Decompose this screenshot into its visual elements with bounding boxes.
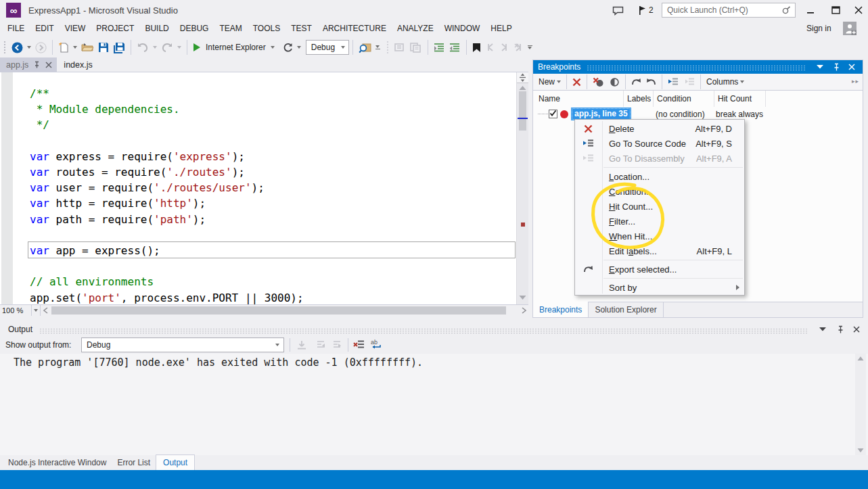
- go-to-source-code-icon[interactable]: [668, 77, 679, 87]
- scroll-up-arrow[interactable]: [517, 85, 528, 91]
- column-header-hit-count[interactable]: Hit Count: [714, 91, 766, 107]
- output-panel-header[interactable]: Output: [0, 323, 868, 336]
- export-breakpoints-icon[interactable]: [631, 77, 641, 87]
- scrollbar-thumb[interactable]: [519, 91, 526, 131]
- pin-icon[interactable]: [837, 325, 844, 333]
- find-in-files-button[interactable]: [357, 39, 373, 55]
- editor-horizontal-scrollbar[interactable]: [49, 305, 520, 316]
- close-icon[interactable]: [848, 64, 855, 70]
- redo-button[interactable]: [159, 39, 175, 55]
- save-all-button[interactable]: [111, 39, 127, 55]
- menu-view[interactable]: VIEW: [60, 24, 91, 33]
- breakpoint-checkbox[interactable]: [549, 110, 557, 118]
- menu-build[interactable]: BUILD: [139, 24, 174, 33]
- splitter-handle[interactable]: [517, 72, 528, 83]
- previous-message-icon[interactable]: [315, 340, 326, 350]
- menu-analyze[interactable]: ANALYZE: [392, 24, 439, 33]
- delete-all-breakpoints-icon[interactable]: [593, 77, 604, 87]
- increase-indent-button[interactable]: [447, 39, 463, 55]
- minimize-button[interactable]: [802, 1, 819, 19]
- scroll-down-arrow[interactable]: [855, 447, 866, 454]
- bookmark-button[interactable]: [470, 39, 483, 55]
- undo-button[interactable]: [135, 39, 151, 55]
- pin-icon[interactable]: [33, 61, 41, 68]
- clear-bookmarks-button[interactable]: [511, 39, 526, 55]
- pin-icon[interactable]: [833, 63, 840, 71]
- window-position-dropdown-icon[interactable]: [819, 327, 826, 331]
- close-icon[interactable]: [853, 326, 860, 333]
- panel-tab-breakpoints[interactable]: Breakpoints: [533, 302, 589, 317]
- column-header-labels[interactable]: Labels: [624, 91, 654, 107]
- navigate-backward-dropdown[interactable]: [25, 39, 33, 55]
- scroll-down-arrow[interactable]: [517, 294, 528, 301]
- open-file-button[interactable]: [79, 39, 96, 55]
- menu-team[interactable]: TEAM: [214, 24, 247, 33]
- delete-breakpoint-icon[interactable]: [572, 78, 581, 87]
- menu-project[interactable]: PROJECT: [91, 24, 139, 33]
- quick-launch-input[interactable]: Quick Launch (Ctrl+Q): [662, 3, 796, 18]
- previous-bookmark-button[interactable]: [483, 39, 497, 55]
- find-message-icon[interactable]: [296, 340, 307, 350]
- output-vertical-scrollbar[interactable]: [855, 354, 866, 455]
- output-source-combo[interactable]: Debug: [81, 337, 284, 352]
- column-header-condition[interactable]: Condition: [654, 91, 714, 107]
- sign-in-link[interactable]: Sign in: [806, 20, 831, 37]
- toolbar-grip[interactable]: [3, 41, 7, 54]
- start-debug-button[interactable]: [191, 39, 203, 55]
- solution-configuration-combo[interactable]: Debug: [306, 40, 349, 55]
- new-file-dropdown[interactable]: [71, 39, 79, 55]
- code-editor[interactable]: /** * Module dependencies. */ var expres…: [0, 72, 528, 304]
- bottom-tab-error-list[interactable]: Error List: [112, 455, 156, 470]
- copy-disabled-button[interactable]: [408, 39, 424, 55]
- close-tab-icon[interactable]: [45, 62, 52, 68]
- save-button[interactable]: [96, 39, 111, 55]
- context-menu-item-edit-labels[interactable]: Edit labels...Alt+F9, L: [575, 243, 744, 258]
- context-menu-item-condition[interactable]: Condition..: [575, 184, 744, 199]
- menu-test[interactable]: TEST: [285, 24, 317, 33]
- new-breakpoint-button[interactable]: New: [539, 77, 555, 87]
- toolbar-grip[interactable]: [386, 41, 390, 54]
- context-menu-item-filter[interactable]: Filter...: [575, 214, 744, 229]
- editor-vertical-scrollbar[interactable]: [516, 72, 528, 304]
- navigate-backward-button[interactable]: [9, 39, 25, 55]
- menu-tools[interactable]: TOOLS: [248, 24, 285, 33]
- menu-file[interactable]: FILE: [2, 24, 30, 33]
- panel-tab-solution-explorer[interactable]: Solution Explorer: [589, 302, 663, 317]
- zoom-level-select[interactable]: 100 %: [0, 305, 31, 316]
- context-menu-item-hit-count[interactable]: Hit Count...: [575, 199, 744, 214]
- notifications-flag[interactable]: 2: [638, 5, 654, 15]
- maximize-button[interactable]: [827, 1, 844, 19]
- bottom-tab-node-js-interactive-window[interactable]: Node.js Interactive Window: [3, 455, 112, 470]
- save-file-as-button-disabled[interactable]: [392, 39, 408, 55]
- columns-button[interactable]: Columns: [706, 77, 738, 87]
- scrollbar-thumb[interactable]: [51, 306, 506, 315]
- scroll-right-arrow[interactable]: [520, 305, 528, 316]
- run-target-dropdown[interactable]: [269, 39, 277, 55]
- tab-index-js[interactable]: index.js: [57, 57, 99, 72]
- run-target-label[interactable]: Internet Explorer: [206, 43, 266, 52]
- decrease-indent-button[interactable]: [432, 39, 447, 55]
- bottom-tab-output[interactable]: Output: [156, 455, 195, 470]
- context-menu-item-delete[interactable]: DeleteAlt+F9, D: [575, 121, 744, 136]
- context-menu-item-export-selected[interactable]: Export selected...: [575, 262, 744, 277]
- context-menu-item-location[interactable]: Location...: [575, 169, 744, 184]
- context-menu-item-sort-by[interactable]: Sort by: [575, 280, 744, 295]
- disable-all-breakpoints-icon[interactable]: [610, 77, 620, 87]
- breakpoints-panel-header[interactable]: Breakpoints: [533, 60, 863, 74]
- new-file-button[interactable]: [56, 39, 71, 55]
- new-breakpoint-caret[interactable]: [557, 80, 561, 83]
- scroll-up-arrow[interactable]: [855, 355, 866, 362]
- toolbar-overflow[interactable]: [526, 39, 534, 55]
- user-avatar-icon[interactable]: [843, 22, 856, 35]
- go-to-disassembly-icon[interactable]: [684, 77, 695, 87]
- menu-architecture[interactable]: ARCHITECTURE: [317, 24, 392, 33]
- close-button[interactable]: [850, 1, 867, 19]
- menu-edit[interactable]: EDIT: [30, 24, 59, 33]
- menu-window[interactable]: WINDOW: [439, 24, 486, 33]
- redo-dropdown[interactable]: [175, 39, 183, 55]
- next-bookmark-button[interactable]: [497, 39, 511, 55]
- toggle-word-wrap-icon[interactable]: ab: [371, 339, 383, 350]
- column-header-name[interactable]: Name: [533, 91, 624, 107]
- import-breakpoints-icon[interactable]: [646, 77, 656, 87]
- refresh-button[interactable]: [281, 39, 295, 55]
